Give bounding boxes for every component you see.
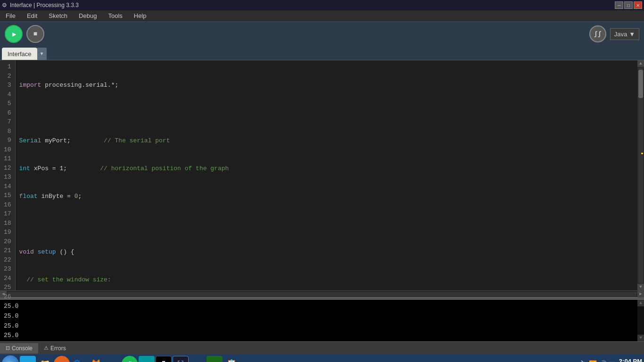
menu-edit[interactable]: Edit	[25, 11, 39, 20]
app-ie[interactable]: e	[20, 356, 36, 362]
menu-tools[interactable]: Tools	[106, 11, 124, 20]
errors-icon: ⚠	[44, 345, 49, 351]
console-line-4: 25.0	[4, 331, 640, 341]
taskbar: ⊞ e 📁 ▶ 🐾 🦊 ◉ ♫ ∞ Π []	[0, 354, 644, 362]
systray-expand[interactable]: ▲	[570, 360, 577, 362]
menu-help[interactable]: Help	[132, 11, 149, 20]
ln-15: 15	[4, 191, 11, 200]
java-label: Java	[614, 31, 627, 38]
tab-interface-label: Interface	[8, 50, 32, 58]
ln-5: 5	[4, 99, 11, 108]
scroll-up-button[interactable]: ▲	[637, 60, 644, 67]
app-media2[interactable]: ▶	[206, 356, 223, 362]
media2-icon: ▶	[212, 359, 217, 362]
mode-icon: ʃʃ	[589, 25, 606, 42]
run-button[interactable]	[5, 25, 23, 43]
java-selector[interactable]: Java ▼	[610, 28, 639, 40]
code-line-2	[19, 108, 634, 118]
console-label: Console	[12, 345, 33, 352]
scroll-mark	[641, 153, 643, 154]
tab-arrow[interactable]: ▼	[37, 48, 47, 60]
app-firefox[interactable]: 🦊	[88, 356, 104, 362]
ln-17: 17	[4, 209, 11, 219]
ln-6: 6	[4, 108, 11, 118]
systray-volume[interactable]: 🔊	[599, 360, 607, 362]
vertical-scrollbar[interactable]: ▲ ▼	[637, 60, 644, 290]
firefox-icon: 🦊	[90, 358, 102, 362]
scroll-thumb[interactable]	[638, 70, 643, 98]
taskbar-apps: ⊞ e 📁 ▶ 🐾 🦊 ◉ ♫ ∞ Π []	[2, 355, 239, 362]
gimp-icon: 🐾	[73, 358, 85, 362]
ln-21: 21	[4, 246, 11, 255]
close-button[interactable]: ✕	[634, 1, 642, 9]
minimize-button[interactable]: ─	[615, 1, 623, 9]
start-button[interactable]: ⊞	[2, 355, 19, 362]
explorer-icon: 📁	[40, 359, 50, 362]
stop-button[interactable]	[26, 25, 44, 43]
app-arduino[interactable]: ∞	[139, 356, 155, 362]
menu-sketch[interactable]: Sketch	[47, 11, 69, 20]
tab-errors[interactable]: ⚠ Errors	[38, 343, 72, 354]
scroll-down-button[interactable]: ▼	[637, 284, 644, 290]
ln-20: 20	[4, 237, 11, 247]
app-chrome2[interactable]: ◉	[190, 356, 206, 362]
notes-icon: 📋	[226, 359, 237, 362]
app-chrome[interactable]: ◉	[105, 356, 121, 362]
ln-23: 23	[4, 264, 11, 274]
code-line-6	[19, 220, 634, 229]
ln-13: 13	[4, 173, 11, 182]
console-scroll-track[interactable]	[637, 306, 644, 335]
console-scroll-down[interactable]: ▼	[637, 335, 644, 341]
maximize-button[interactable]: □	[624, 1, 633, 9]
systray-network[interactable]: 🔌	[579, 360, 587, 362]
tab-console[interactable]: ⊡ Console	[0, 343, 38, 354]
titlebar-left: ⚙ Interface | Processing 3.3.3	[2, 2, 79, 8]
app-gimp[interactable]: 🐾	[71, 356, 87, 362]
ln-24: 24	[4, 274, 11, 283]
ln-7: 7	[4, 117, 11, 127]
ln-2: 2	[4, 72, 11, 81]
ln-19: 19	[4, 228, 11, 237]
app-notes[interactable]: 📋	[223, 356, 239, 362]
app-icon: ⚙	[2, 2, 7, 8]
console-output: 25.0 25.0 25.0 25.0	[0, 300, 644, 341]
menu-file[interactable]: File	[4, 11, 17, 20]
app-brackets[interactable]: []	[173, 356, 189, 362]
horizontal-scrollbar[interactable]: ◀ ▶	[0, 290, 644, 297]
scroll-right-button[interactable]: ▶	[637, 291, 644, 297]
app-spotify[interactable]: ♫	[122, 356, 138, 362]
titlebar: ⚙ Interface | Processing 3.3.3 ─ □ ✕	[0, 0, 644, 10]
ln-12: 12	[4, 164, 11, 173]
chrome-icon: ◉	[110, 358, 116, 362]
console-wrapper: 25.0 25.0 25.0 25.0 ▲ ▼	[0, 300, 644, 341]
console-scroll-up[interactable]: ▲	[637, 300, 644, 306]
code-line-7: void setup () {	[19, 247, 634, 257]
app-media[interactable]: ▶	[54, 356, 70, 362]
ln-3: 3	[4, 81, 11, 90]
java-dropdown-icon: ▼	[629, 31, 635, 38]
toolbar: ʃʃ Java ▼	[0, 22, 644, 46]
menu-debug[interactable]: Debug	[77, 11, 99, 20]
tabbar: Interface ▼	[0, 46, 644, 60]
menubar: File Edit Sketch Debug Tools Help	[0, 10, 644, 22]
systray-security[interactable]: 🛡	[609, 360, 615, 362]
h-scroll-track[interactable]	[8, 292, 636, 296]
code-line-3: Serial myPort; // The serial port	[19, 136, 634, 146]
chrome2-icon: ◉	[195, 358, 200, 362]
console-scrollbar[interactable]: ▲ ▼	[637, 300, 644, 341]
window-title: Interface | Processing 3.3.3	[10, 2, 79, 8]
app-processing[interactable]: Π	[156, 356, 172, 362]
tab-interface[interactable]: Interface	[2, 48, 37, 60]
code-editor[interactable]: import processing.serial.*; Serial myPor…	[16, 60, 637, 290]
ln-18: 18	[4, 219, 11, 228]
ln-8: 8	[4, 127, 11, 136]
app-explorer[interactable]: 📁	[37, 356, 53, 362]
scroll-track[interactable]	[638, 68, 643, 283]
time-display[interactable]: 2:04 PM 5/24/2017	[619, 358, 642, 362]
ln-25: 25	[4, 283, 11, 292]
clock-time: 2:04 PM	[619, 358, 642, 362]
ln-4: 4	[4, 90, 11, 99]
ln-10: 10	[4, 145, 11, 155]
systray-signal[interactable]: 📶	[589, 360, 597, 362]
console-tabbar: ⊡ Console ⚠ Errors	[0, 341, 644, 354]
